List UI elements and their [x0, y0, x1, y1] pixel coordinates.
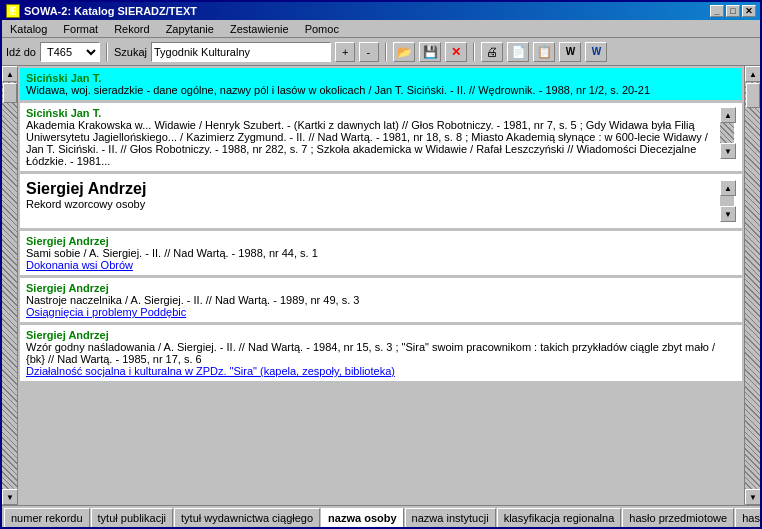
record-author: Siciński Jan T. [26, 72, 736, 84]
scroll-up-left[interactable]: ▲ [2, 66, 18, 82]
search-label: Szukaj [114, 46, 147, 58]
record-text: Wzór godny naśladowania / A. Siergiej. -… [26, 341, 736, 365]
record-link[interactable]: Osiągnięcia i problemy Poddębic [26, 306, 736, 318]
menu-format[interactable]: Format [59, 22, 102, 36]
record-entry[interactable]: Siciński Jan T. Akademia Krakowska w... … [20, 103, 742, 172]
tab-hast[interactable]: hast [735, 508, 760, 527]
tab-tytul-wydawnictwa[interactable]: tytuł wydawnictwa ciągłego [174, 508, 320, 527]
record-text: Akademia Krakowska w... Widawie / Henryk… [26, 119, 718, 167]
scroll-track-left [2, 82, 17, 489]
window-title: SOWA-2: Katalog SIERADZ/TEXT [24, 5, 197, 17]
minus-button[interactable]: - [359, 42, 379, 62]
record-entry[interactable]: Siergiej Andrzej Sami sobie / A. Siergie… [20, 231, 742, 276]
main-area: ▲ ▼ Siciński Jan T. Widawa, woj. sieradz… [2, 66, 760, 505]
scroll-down-right[interactable]: ▼ [745, 489, 760, 505]
record-text: Nastroje naczelnika / A. Siergiej. - II.… [26, 294, 736, 306]
search-input[interactable] [151, 42, 331, 62]
tab-nazwa-instytucji[interactable]: nazwa instytucji [405, 508, 496, 527]
minimize-button[interactable]: _ [710, 5, 724, 17]
folder-open-icon-btn[interactable]: 📂 [393, 42, 415, 62]
header-scroll-down[interactable]: ▼ [720, 206, 736, 222]
print2-icon-btn[interactable]: 📄 [507, 42, 529, 62]
maximize-button[interactable]: □ [726, 5, 740, 17]
menu-rekord[interactable]: Rekord [110, 22, 153, 36]
toolbar-separator-1 [106, 43, 108, 61]
record-text: Widawa, woj. sieradzkie - dane ogólne, n… [26, 84, 736, 96]
toolbar-separator-3 [473, 43, 475, 61]
bottom-tabs-bar: numer rekordu tytuł publikacji tytuł wyd… [2, 505, 760, 527]
tab-nazwa-osoby[interactable]: nazwa osoby [321, 508, 403, 527]
scroll-down-left[interactable]: ▼ [2, 489, 18, 505]
record-entry[interactable]: Siergiej Andrzej Wzór godny naśladowania… [20, 325, 742, 382]
window-controls: _ □ ✕ [710, 5, 756, 17]
entry-scroll-down[interactable]: ▼ [720, 143, 736, 159]
title-bar: 🗄 SOWA-2: Katalog SIERADZ/TEXT _ □ ✕ [2, 2, 760, 20]
record-text: Sami sobie / A. Siergiej. - II. // Nad W… [26, 247, 736, 259]
records-list: Siciński Jan T. Widawa, woj. sieradzkie … [18, 66, 744, 505]
header-scroll-up[interactable]: ▲ [720, 180, 736, 196]
print-icon-btn[interactable]: 🖨 [481, 42, 503, 62]
delete-icon-btn[interactable]: ✕ [445, 42, 467, 62]
record-main-author: Siergiej Andrzej [26, 180, 720, 198]
window: 🗄 SOWA-2: Katalog SIERADZ/TEXT _ □ ✕ Kat… [0, 0, 762, 529]
record-link[interactable]: Dokonania wsi Obrów [26, 259, 736, 271]
toolbar-separator-2 [385, 43, 387, 61]
tab-tytul-publikacji[interactable]: tytuł publikacji [91, 508, 173, 527]
content-area: Siciński Jan T. Widawa, woj. sieradzkie … [18, 66, 744, 505]
record-subtext: Rekord wzorcowy osoby [26, 198, 720, 210]
menu-bar: Katalog Format Rekord Zapytanie Zestawie… [2, 20, 760, 38]
left-scrollbar: ▲ ▼ [2, 66, 18, 505]
scroll-track-right [745, 82, 760, 489]
right-scrollbar: ▲ ▼ [744, 66, 760, 505]
record-author: Siergiej Andrzej [26, 235, 736, 247]
record-link[interactable]: Działalność socjalna i kulturalna w ZPDz… [26, 365, 736, 377]
tab-klasyfikacja[interactable]: klasyfikacja regionalna [497, 508, 622, 527]
record-author: Siergiej Andrzej [26, 329, 736, 341]
disk-icon-btn[interactable]: 💾 [419, 42, 441, 62]
menu-pomoc[interactable]: Pomoc [301, 22, 343, 36]
menu-katalog[interactable]: Katalog [6, 22, 51, 36]
record-entry[interactable]: Siergiej Andrzej Nastroje naczelnika / A… [20, 278, 742, 323]
scroll-thumb-left[interactable] [3, 83, 17, 103]
doc-icon-btn[interactable]: 📋 [533, 42, 555, 62]
plus-button[interactable]: + [335, 42, 355, 62]
scroll-thumb-right[interactable] [746, 83, 760, 108]
record-author: Siciński Jan T. [26, 107, 718, 119]
goto-label: Idź do [6, 46, 36, 58]
close-button[interactable]: ✕ [742, 5, 756, 17]
toolbar: Idź do T465 Szukaj + - 📂 💾 ✕ 🖨 📄 📋 W W [2, 38, 760, 66]
scroll-up-right[interactable]: ▲ [745, 66, 760, 82]
tab-haslo-przedmiotowe[interactable]: hasło przedmiotowe [622, 508, 734, 527]
menu-zapytanie[interactable]: Zapytanie [162, 22, 218, 36]
word-icon-btn[interactable]: W [559, 42, 581, 62]
app-icon: 🗄 [6, 4, 20, 18]
record-author: Siergiej Andrzej [26, 282, 736, 294]
menu-zestawienie[interactable]: Zestawienie [226, 22, 293, 36]
tab-numer-rekordu[interactable]: numer rekordu [4, 508, 90, 527]
goto-select[interactable]: T465 [40, 42, 100, 62]
entry-scroll-up[interactable]: ▲ [720, 107, 736, 123]
record-entry[interactable]: Siciński Jan T. Widawa, woj. sieradzkie … [20, 68, 742, 101]
word2-icon-btn[interactable]: W [585, 42, 607, 62]
record-header-entry: Siergiej Andrzej Rekord wzorcowy osoby ▲… [20, 174, 742, 229]
